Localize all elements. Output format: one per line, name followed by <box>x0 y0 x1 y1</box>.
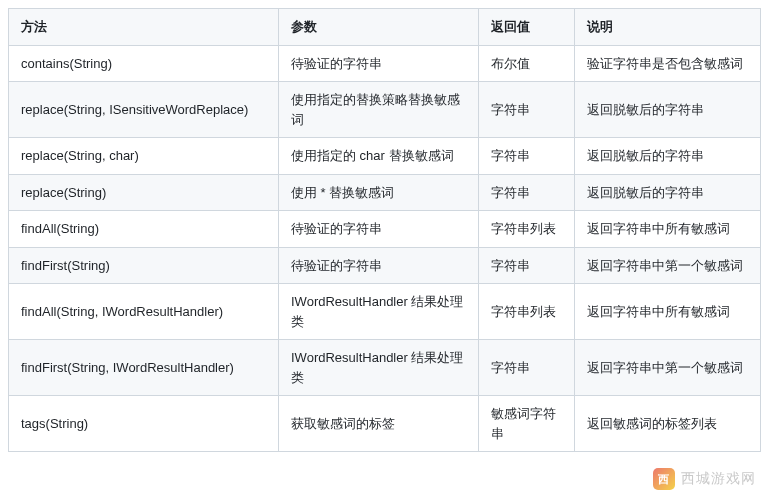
cell-method: findFirst(String, IWordResultHandler) <box>9 340 279 396</box>
cell-desc: 返回脱敏后的字符串 <box>575 82 761 138</box>
cell-param: 待验证的字符串 <box>279 45 479 82</box>
cell-param: 获取敏感词的标签 <box>279 396 479 452</box>
table-body: contains(String) 待验证的字符串 布尔值 验证字符串是否包含敏感… <box>9 45 761 452</box>
cell-param: IWordResultHandler 结果处理类 <box>279 340 479 396</box>
cell-return: 布尔值 <box>479 45 575 82</box>
cell-param: IWordResultHandler 结果处理类 <box>279 284 479 340</box>
cell-method: replace(String, char) <box>9 138 279 175</box>
cell-desc: 返回脱敏后的字符串 <box>575 174 761 211</box>
cell-return: 字符串 <box>479 138 575 175</box>
api-table-container: 方法 参数 返回值 说明 contains(String) 待验证的字符串 布尔… <box>0 0 768 460</box>
cell-return: 字符串列表 <box>479 284 575 340</box>
col-method: 方法 <box>9 9 279 46</box>
cell-method: findFirst(String) <box>9 247 279 284</box>
col-return: 返回值 <box>479 9 575 46</box>
cell-param: 使用 * 替换敏感词 <box>279 174 479 211</box>
cell-return: 字符串 <box>479 174 575 211</box>
table-row: findFirst(String, IWordResultHandler) IW… <box>9 340 761 396</box>
cell-param: 待验证的字符串 <box>279 211 479 248</box>
table-row: findFirst(String) 待验证的字符串 字符串 返回字符串中第一个敏… <box>9 247 761 284</box>
table-row: findAll(String, IWordResultHandler) IWor… <box>9 284 761 340</box>
cell-desc: 返回脱敏后的字符串 <box>575 138 761 175</box>
table-row: replace(String, char) 使用指定的 char 替换敏感词 字… <box>9 138 761 175</box>
table-row: tags(String) 获取敏感词的标签 敏感词字符串 返回敏感词的标签列表 <box>9 396 761 452</box>
cell-return: 字符串 <box>479 247 575 284</box>
cell-method: findAll(String) <box>9 211 279 248</box>
cell-method: tags(String) <box>9 396 279 452</box>
cell-desc: 返回敏感词的标签列表 <box>575 396 761 452</box>
cell-return: 字符串 <box>479 340 575 396</box>
watermark: 西 西城游戏网 <box>653 468 756 490</box>
cell-desc: 验证字符串是否包含敏感词 <box>575 45 761 82</box>
cell-desc: 返回字符串中第一个敏感词 <box>575 340 761 396</box>
api-table: 方法 参数 返回值 说明 contains(String) 待验证的字符串 布尔… <box>8 8 761 452</box>
col-param: 参数 <box>279 9 479 46</box>
cell-method: replace(String, ISensitiveWordReplace) <box>9 82 279 138</box>
watermark-text: 西城游戏网 <box>681 470 756 488</box>
cell-return: 字符串 <box>479 82 575 138</box>
cell-desc: 返回字符串中所有敏感词 <box>575 211 761 248</box>
cell-method: replace(String) <box>9 174 279 211</box>
col-desc: 说明 <box>575 9 761 46</box>
cell-desc: 返回字符串中所有敏感词 <box>575 284 761 340</box>
cell-return: 字符串列表 <box>479 211 575 248</box>
table-row: replace(String, ISensitiveWordReplace) 使… <box>9 82 761 138</box>
cell-method: contains(String) <box>9 45 279 82</box>
cell-param: 待验证的字符串 <box>279 247 479 284</box>
cell-return: 敏感词字符串 <box>479 396 575 452</box>
cell-method: findAll(String, IWordResultHandler) <box>9 284 279 340</box>
cell-desc: 返回字符串中第一个敏感词 <box>575 247 761 284</box>
watermark-badge-icon: 西 <box>653 468 675 490</box>
table-row: replace(String) 使用 * 替换敏感词 字符串 返回脱敏后的字符串 <box>9 174 761 211</box>
table-header: 方法 参数 返回值 说明 <box>9 9 761 46</box>
table-row: contains(String) 待验证的字符串 布尔值 验证字符串是否包含敏感… <box>9 45 761 82</box>
cell-param: 使用指定的 char 替换敏感词 <box>279 138 479 175</box>
table-row: findAll(String) 待验证的字符串 字符串列表 返回字符串中所有敏感… <box>9 211 761 248</box>
cell-param: 使用指定的替换策略替换敏感词 <box>279 82 479 138</box>
